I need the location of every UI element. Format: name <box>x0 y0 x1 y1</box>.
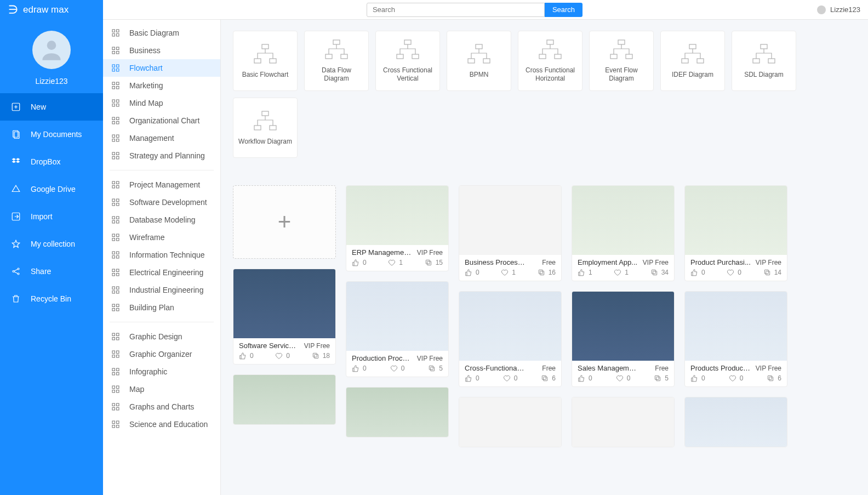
template-card[interactable]: Products Product... VIP Free 0 0 6 <box>684 291 787 387</box>
nav-share[interactable]: Share <box>0 258 103 285</box>
nav-import[interactable]: Import <box>0 203 103 230</box>
heart-icon[interactable] <box>390 365 398 372</box>
copy-icon[interactable] <box>428 365 436 372</box>
subcategory-idef-diagram[interactable]: IDEF Diagram <box>660 31 725 91</box>
category-database-modeling[interactable]: Database Modeling <box>103 211 220 229</box>
heart-icon[interactable] <box>503 374 511 382</box>
heart-icon[interactable] <box>616 374 624 382</box>
thumbs-up-icon[interactable] <box>690 374 698 382</box>
template-card[interactable] <box>233 374 336 425</box>
thumbs-up-icon[interactable] <box>352 259 359 266</box>
template-card[interactable]: ERP Managemen... VIP Free 0 1 15 <box>346 185 449 271</box>
category-graphs-and-charts[interactable]: Graphs and Charts <box>103 398 220 416</box>
category-icon <box>111 81 121 90</box>
search-button[interactable]: Search <box>545 3 583 17</box>
template-card[interactable] <box>459 397 562 447</box>
thumbs-up-icon[interactable] <box>239 352 247 360</box>
subcategory-label: IDEF Diagram <box>672 71 713 79</box>
category-project-management[interactable]: Project Management <box>103 176 220 194</box>
subcategory-workflow-diagram[interactable]: Workflow Diagram <box>233 98 298 158</box>
category-label: Information Technique <box>129 251 205 259</box>
copy-icon[interactable] <box>425 259 432 266</box>
heart-icon[interactable] <box>727 269 734 276</box>
subcategory-cross-functional-horizontal[interactable]: Cross Functional Horizontal <box>518 31 583 91</box>
copy-icon[interactable] <box>541 374 549 382</box>
category-graphic-organizer[interactable]: Graphic Organizer <box>103 345 220 363</box>
nav-my-documents[interactable]: My Documents <box>0 121 103 148</box>
category-basic-diagram[interactable]: Basic Diagram <box>103 24 220 42</box>
template-card[interactable] <box>346 387 449 437</box>
svg-rect-16 <box>112 65 115 67</box>
svg-rect-100 <box>326 54 332 59</box>
template-card[interactable]: Employment App... VIP Free 1 1 34 <box>572 185 675 281</box>
copy-icon[interactable] <box>763 269 771 276</box>
thumbs-up-icon[interactable] <box>578 269 585 276</box>
svg-rect-8 <box>112 30 115 32</box>
like-count: 0 <box>589 374 592 382</box>
heart-icon[interactable] <box>729 374 736 382</box>
category-software-development[interactable]: Software Development <box>103 194 220 211</box>
category-business[interactable]: Business <box>103 42 220 59</box>
svg-rect-30 <box>112 122 115 124</box>
template-card[interactable]: Sales Management C... Free 0 0 5 <box>572 291 675 387</box>
brand-logo[interactable]: edraw max <box>0 0 103 20</box>
category-infographic[interactable]: Infographic <box>103 363 220 380</box>
template-thumbnail <box>233 375 335 424</box>
copy-icon[interactable] <box>650 269 658 276</box>
category-management[interactable]: Management <box>103 129 220 147</box>
thumbs-up-icon[interactable] <box>690 269 698 276</box>
nav-dropbox[interactable]: DropBox <box>0 148 103 175</box>
category-industrial-engineering[interactable]: Industrial Engineering <box>103 281 220 299</box>
copy-count: 16 <box>549 269 556 276</box>
subcategory-bpmn[interactable]: BPMN <box>447 31 511 91</box>
svg-rect-82 <box>112 373 115 375</box>
template-card[interactable]: Product Purchasi... VIP Free 0 0 14 <box>684 185 787 281</box>
template-card[interactable]: Business Process Mo... Free 0 1 16 <box>459 185 562 281</box>
template-card[interactable]: Cross-Functional Flo... Free 0 0 6 <box>459 291 562 387</box>
nav-new[interactable]: New <box>0 93 103 121</box>
category-building-plan[interactable]: Building Plan <box>103 299 220 316</box>
heart-icon[interactable] <box>388 259 396 266</box>
heart-icon[interactable] <box>275 352 283 360</box>
subcategory-data-flow-diagram[interactable]: Data Flow Diagram <box>304 31 369 91</box>
subcategory-cross-functional-vertical[interactable]: Cross Functional Vertical <box>375 31 440 91</box>
category-map[interactable]: Map <box>103 380 220 398</box>
thumbs-up-icon[interactable] <box>578 374 585 382</box>
subcategory-sdl-diagram[interactable]: SDL Diagram <box>732 31 796 91</box>
thumbs-up-icon[interactable] <box>465 374 472 382</box>
nav-my-collection[interactable]: My collection <box>0 230 103 258</box>
category-mind-map[interactable]: Mind Map <box>103 94 220 112</box>
profile-avatar[interactable] <box>32 31 71 69</box>
nav-google-drive[interactable]: Google Drive <box>0 175 103 203</box>
category-graphic-design[interactable]: Graphic Design <box>103 328 220 345</box>
heart-icon[interactable] <box>614 269 621 276</box>
category-flowchart[interactable]: Flowchart <box>103 59 220 77</box>
thumbs-up-icon[interactable] <box>352 365 359 372</box>
copy-icon[interactable] <box>767 374 774 382</box>
thumbs-up-icon[interactable] <box>465 269 472 276</box>
category-icon <box>111 116 121 126</box>
template-card[interactable] <box>572 397 675 447</box>
nav-recycle-bin[interactable]: Recycle Bin <box>0 285 103 312</box>
category-organizational-chart[interactable]: Organizational Chart <box>103 112 220 129</box>
subcategory-event-flow-diagram[interactable]: Event Flow Diagram <box>589 31 654 91</box>
category-electrical-engineering[interactable]: Electrical Engineering <box>103 264 220 281</box>
subcategory-basic-flowchart[interactable]: Basic Flowchart <box>233 31 298 91</box>
category-strategy-and-planning[interactable]: Strategy and Planning <box>103 147 220 164</box>
category-science-and-education[interactable]: Science and Education <box>103 416 220 433</box>
heart-icon[interactable] <box>501 269 509 276</box>
copy-icon[interactable] <box>538 269 545 276</box>
category-information-technique[interactable]: Information Technique <box>103 246 220 264</box>
template-card[interactable]: Production Proce... VIP Free 0 0 5 <box>346 281 449 377</box>
copy-icon[interactable] <box>654 374 661 382</box>
category-marketing[interactable]: Marketing <box>103 77 220 94</box>
category-icon <box>111 180 121 190</box>
new-blank-template[interactable]: + <box>233 185 336 259</box>
subcategory-label: Cross Functional Horizontal <box>523 66 578 83</box>
copy-icon[interactable] <box>312 352 319 360</box>
template-card[interactable]: Software Service ... VIP Free 0 0 18 <box>233 269 336 365</box>
category-wireframe[interactable]: Wireframe <box>103 229 220 246</box>
user-menu[interactable]: Lizzie123 <box>817 5 860 14</box>
search-input[interactable] <box>367 3 545 17</box>
template-card[interactable] <box>684 397 787 447</box>
